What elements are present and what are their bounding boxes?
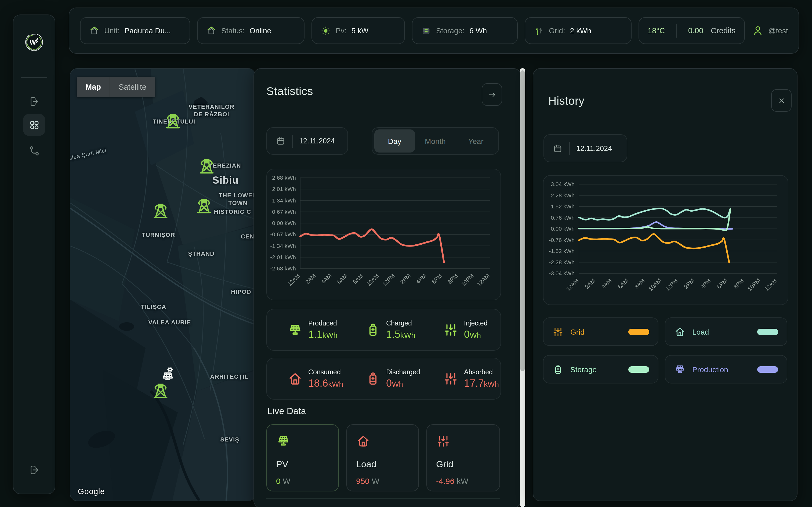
history-date: 12.11.2024: [576, 144, 612, 152]
date-divider: [292, 134, 293, 148]
map-label: THE LOWERTOWN: [219, 192, 255, 207]
pill-value: Padurea Du...: [125, 26, 171, 35]
transmission-icon: [552, 326, 564, 338]
battery-icon: [552, 363, 564, 375]
solar-panel-icon: [674, 363, 686, 375]
pylon-marker[interactable]: [197, 156, 217, 176]
legend-swatch: [757, 328, 778, 335]
map-type-satellite-button[interactable]: Satellite: [110, 77, 155, 97]
map-label: TILIŞCA: [141, 303, 166, 311]
pill-label: Status:: [221, 26, 245, 35]
svg-text:0.67 kWh: 0.67 kWh: [272, 209, 296, 215]
range-option-day[interactable]: Day: [374, 129, 415, 153]
svg-text:2AM: 2AM: [584, 277, 596, 290]
stat-discharged: Discharged 0Wh: [345, 368, 423, 389]
stat-label: Consumed: [308, 368, 343, 376]
statistics-date-picker[interactable]: 12.11.2024: [267, 127, 348, 155]
stat-value: 1.5kWh: [386, 328, 415, 340]
calendar-icon: [276, 136, 286, 146]
sidebar-item-dashboard[interactable]: [23, 114, 45, 136]
energy-stats-row-consumed: Consumed 18.6kWh Discharged 0Wh Absorbed…: [267, 358, 501, 400]
map-label: ARHITECŢIL: [210, 373, 249, 381]
svg-text:-1.52 kWh: -1.52 kWh: [549, 248, 575, 254]
svg-text:8AM: 8AM: [633, 277, 646, 290]
sidebar-item-logout[interactable]: [23, 459, 45, 481]
house-icon: [287, 371, 303, 386]
svg-text:2AM: 2AM: [304, 273, 317, 285]
header-pill-storage[interactable]: Storage:6 Wh: [412, 17, 518, 44]
svg-text:6AM: 6AM: [336, 273, 349, 285]
sidebar-item-routes[interactable]: [23, 139, 45, 162]
scrollbar-thumb[interactable]: [520, 70, 525, 371]
svg-text:2PM: 2PM: [683, 277, 695, 290]
pill-value: 5 kW: [351, 26, 368, 35]
signout-icon: [28, 95, 40, 107]
house-icon: [356, 434, 370, 448]
map-label: CEN: [241, 233, 254, 241]
map-label: ŞTRAND: [188, 250, 215, 258]
pill-value: 6 Wh: [469, 26, 487, 35]
svg-text:0.76 kWh: 0.76 kWh: [551, 215, 575, 221]
legend-swatch: [757, 366, 778, 373]
header-pill-grid[interactable]: Grid:2 kWh: [525, 17, 632, 44]
legend-label: Grid: [570, 327, 585, 336]
svg-text:-2.01 kWh: -2.01 kWh: [270, 254, 296, 260]
legend-item-storage[interactable]: Storage: [543, 355, 658, 384]
sidebar-item-signout[interactable]: [23, 90, 45, 112]
home-icon: [89, 25, 99, 36]
legend-label: Production: [692, 365, 728, 374]
svg-text:10AM: 10AM: [647, 277, 662, 292]
pylon-marker[interactable]: [163, 111, 183, 130]
legend-item-grid[interactable]: Grid: [543, 318, 658, 346]
svg-text:10PM: 10PM: [747, 277, 761, 292]
solar-panel-icon: [276, 434, 291, 448]
pylon-marker[interactable]: [151, 201, 170, 220]
expand-button[interactable]: [482, 83, 502, 106]
statistics-chart: 2.68 kWh2.01 kWh1.34 kWh0.67 kWh0.00 kWh…: [267, 169, 501, 300]
live-label: PV: [276, 459, 338, 470]
statistics-panel: Statistics 12.11.2024 DayMonthYear 2.68 …: [253, 68, 521, 507]
svg-text:-0.67 kWh: -0.67 kWh: [270, 231, 296, 237]
dashboard-icon: [28, 119, 40, 131]
live-value: 950 W: [356, 476, 418, 486]
pill-label: Unit:: [104, 26, 120, 35]
live-card-pv: PV 0 W: [267, 424, 339, 492]
legend-swatch: [628, 328, 649, 335]
live-label: Load: [356, 459, 418, 470]
close-button[interactable]: [771, 89, 792, 112]
stat-value: 1.1kWh: [308, 328, 338, 340]
svg-text:10AM: 10AM: [365, 273, 380, 287]
legend-item-production[interactable]: Production: [665, 355, 787, 384]
pylon-marker[interactable]: [151, 381, 170, 400]
pylon-icon: [194, 196, 214, 215]
battery-icon: [365, 371, 381, 386]
credits-label: Credits: [711, 26, 736, 35]
legend-item-load[interactable]: Load: [665, 318, 787, 346]
arrow-right-icon: [487, 90, 497, 99]
stat-value: 18.6kWh: [308, 377, 343, 389]
range-option-month[interactable]: Month: [415, 129, 455, 153]
range-option-year[interactable]: Year: [456, 129, 496, 153]
svg-text:1.52 kWh: 1.52 kWh: [551, 203, 575, 210]
map-panel: Map Satellite VETERANILORDE RĂZBOITINERE…: [70, 68, 255, 501]
pylon-marker[interactable]: [194, 196, 214, 215]
svg-text:-1.34 kWh: -1.34 kWh: [270, 243, 296, 249]
history-date-picker[interactable]: 12.11.2024: [543, 134, 627, 162]
pill-label: Pv:: [336, 26, 346, 35]
map-type-map-button[interactable]: Map: [77, 77, 110, 97]
stat-absorbed: Absorbed 17.7kWh: [423, 368, 501, 389]
header-pill-status[interactable]: Status:Online: [197, 17, 304, 44]
grid-arrows-icon: [534, 25, 544, 36]
stat-label: Charged: [386, 319, 415, 327]
svg-text:4PM: 4PM: [415, 273, 427, 285]
pylon-icon: [163, 111, 183, 130]
google-attribution[interactable]: Google: [78, 487, 105, 496]
header-pill-pv[interactable]: Pv:5 kW: [311, 17, 405, 44]
map-canvas[interactable]: [70, 69, 255, 501]
stat-produced: Produced 1.1kWh: [267, 319, 345, 340]
history-chart-card: 3.04 kWh2.28 kWh1.52 kWh0.76 kWh0.00 kWh…: [543, 175, 789, 305]
user-menu[interactable]: @test: [752, 25, 790, 37]
person-icon: [752, 25, 763, 37]
weather-credits-pill[interactable]: 18°C 0.00 Credits: [639, 17, 745, 44]
header-pill-unit[interactable]: Unit:Padurea Du...: [80, 17, 190, 44]
